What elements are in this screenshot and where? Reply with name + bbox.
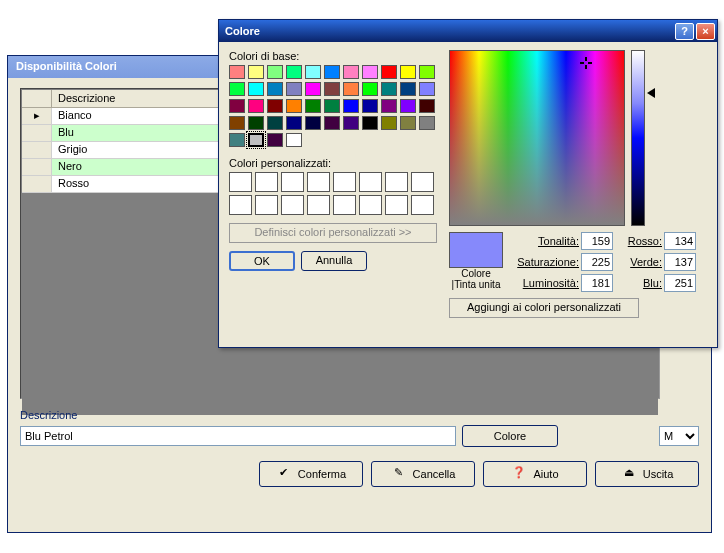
help-button[interactable]: ? (675, 23, 694, 40)
basic-color-swatch[interactable] (286, 116, 302, 130)
basic-color-swatch[interactable] (400, 99, 416, 113)
basic-color-swatch[interactable] (324, 116, 340, 130)
basic-color-swatch[interactable] (324, 65, 340, 79)
basic-color-swatch[interactable] (305, 65, 321, 79)
luminance-slider[interactable] (631, 50, 645, 226)
basic-color-swatch[interactable] (381, 116, 397, 130)
basic-color-swatch[interactable] (343, 116, 359, 130)
red-input[interactable] (664, 232, 696, 250)
basic-color-swatch[interactable] (343, 65, 359, 79)
basic-color-swatch[interactable] (229, 133, 245, 147)
basic-color-swatch[interactable] (248, 116, 264, 130)
custom-color-swatch[interactable] (255, 195, 278, 215)
basic-color-swatch[interactable] (400, 82, 416, 96)
basic-color-swatch[interactable] (381, 65, 397, 79)
uscita-button[interactable]: ⏏Uscita (595, 461, 699, 487)
cancella-button[interactable]: ✎Cancella (371, 461, 475, 487)
basic-color-swatch[interactable] (248, 82, 264, 96)
dialog-title: Colore (225, 25, 673, 37)
ok-button[interactable]: OK (229, 251, 295, 271)
blue-input[interactable] (664, 274, 696, 292)
basic-color-swatch[interactable] (381, 99, 397, 113)
add-custom-button[interactable]: Aggiungi ai colori personalizzati (449, 298, 639, 318)
basic-color-swatch[interactable] (248, 99, 264, 113)
basic-color-swatch[interactable] (286, 65, 302, 79)
basic-color-swatch[interactable] (229, 82, 245, 96)
colore-button[interactable]: Colore (462, 425, 558, 447)
basic-color-swatch[interactable] (419, 65, 435, 79)
sample-label: Colore |Tinta unita (449, 268, 503, 290)
custom-color-swatch[interactable] (229, 172, 252, 192)
custom-color-swatch[interactable] (411, 172, 434, 192)
color-picker[interactable] (449, 50, 625, 226)
basic-color-swatch[interactable] (419, 82, 435, 96)
dialog-titlebar[interactable]: Colore ? × (219, 20, 717, 42)
sat-label: Saturazione: (509, 256, 579, 268)
basic-color-swatch[interactable] (267, 116, 283, 130)
basic-color-swatch[interactable] (267, 82, 283, 96)
hue-input[interactable] (581, 232, 613, 250)
basic-color-swatch[interactable] (305, 99, 321, 113)
close-button[interactable]: × (696, 23, 715, 40)
sat-input[interactable] (581, 253, 613, 271)
custom-color-swatch[interactable] (281, 195, 304, 215)
basic-color-swatch[interactable] (324, 82, 340, 96)
basic-color-swatch[interactable] (267, 99, 283, 113)
green-input[interactable] (664, 253, 696, 271)
help-icon: ❓ (511, 466, 527, 482)
basic-color-swatch[interactable] (400, 65, 416, 79)
picker-crosshair-icon (580, 57, 592, 69)
basic-color-swatch[interactable] (248, 133, 264, 147)
custom-color-swatch[interactable] (307, 172, 330, 192)
basic-color-swatch[interactable] (400, 116, 416, 130)
conferma-button[interactable]: ✔Conferma (259, 461, 363, 487)
basic-color-swatch[interactable] (267, 65, 283, 79)
basic-color-swatch[interactable] (362, 65, 378, 79)
cancel-button[interactable]: Annulla (301, 251, 367, 271)
basic-color-swatch[interactable] (229, 99, 245, 113)
basic-color-swatch[interactable] (343, 82, 359, 96)
custom-color-swatch[interactable] (333, 172, 356, 192)
hue-label: Tonalità: (509, 235, 579, 247)
color-sample (449, 232, 503, 268)
basic-color-swatch[interactable] (286, 99, 302, 113)
basic-color-swatch[interactable] (267, 133, 283, 147)
check-icon: ✔ (276, 466, 292, 482)
custom-color-swatch[interactable] (359, 195, 382, 215)
basic-color-swatch[interactable] (229, 65, 245, 79)
luminance-arrow-icon (647, 88, 655, 98)
basic-color-swatch[interactable] (419, 116, 435, 130)
basic-color-swatch[interactable] (362, 99, 378, 113)
basic-color-swatch[interactable] (286, 82, 302, 96)
basic-color-swatch[interactable] (305, 82, 321, 96)
basic-color-swatch[interactable] (324, 99, 340, 113)
custom-color-swatch[interactable] (385, 172, 408, 192)
basic-color-swatch[interactable] (419, 99, 435, 113)
custom-color-swatch[interactable] (385, 195, 408, 215)
close-icon: × (702, 25, 708, 37)
custom-color-swatch[interactable] (411, 195, 434, 215)
custom-color-swatch[interactable] (307, 195, 330, 215)
basic-color-swatch[interactable] (286, 133, 302, 147)
basic-color-swatch[interactable] (343, 99, 359, 113)
custom-color-swatch[interactable] (281, 172, 304, 192)
descrizione-input[interactable] (20, 426, 456, 446)
basic-color-swatch[interactable] (362, 116, 378, 130)
basic-color-swatch[interactable] (229, 116, 245, 130)
custom-color-swatch[interactable] (359, 172, 382, 192)
lum-input[interactable] (581, 274, 613, 292)
custom-color-swatch[interactable] (255, 172, 278, 192)
aiuto-button[interactable]: ❓Aiuto (483, 461, 587, 487)
basic-color-swatch[interactable] (248, 65, 264, 79)
custom-color-swatch[interactable] (229, 195, 252, 215)
blue-label: Blu: (617, 277, 662, 289)
basic-color-swatch[interactable] (305, 116, 321, 130)
custom-color-swatch[interactable] (333, 195, 356, 215)
button-label: Uscita (643, 468, 674, 480)
size-select[interactable]: M (659, 426, 699, 446)
color-values-grid: Tonalità: Rosso: Saturazione: Verde: Lum… (509, 232, 698, 292)
custom-color-grid (229, 172, 437, 215)
basic-color-swatch[interactable] (362, 82, 378, 96)
custom-colors-label: Colori personalizzati: (229, 157, 439, 169)
basic-color-swatch[interactable] (381, 82, 397, 96)
